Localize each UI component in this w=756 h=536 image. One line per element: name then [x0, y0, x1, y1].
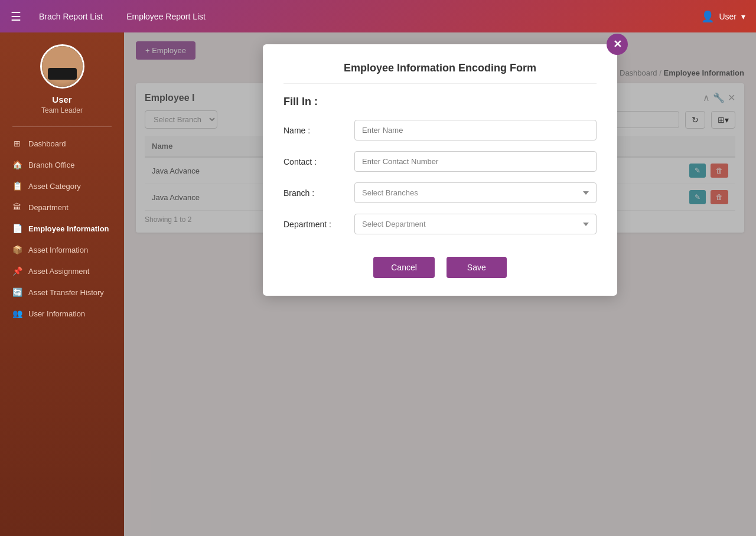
layout: User Team Leader ⊞ Dashboard 🏠 Branch Of… — [0, 32, 756, 536]
sidebar-item-label: Employee Information — [28, 224, 109, 233]
sidebar-item-asset-category[interactable]: 📋 Asset Category — [0, 175, 124, 197]
list-icon: 📋 — [12, 181, 22, 191]
sidebar-item-label: Asset Transfer History — [28, 288, 104, 297]
sidebar-item-label: User Information — [28, 309, 85, 318]
brach-report-link[interactable]: Brach Report List — [39, 12, 103, 21]
sidebar-item-department[interactable]: 🏛 Department — [0, 197, 124, 218]
navbar-user[interactable]: 👤 User ▾ — [701, 10, 745, 23]
branch-select[interactable]: Select Branches — [354, 182, 597, 203]
sidebar-item-label: Asset Assignment — [28, 267, 89, 276]
avatar-face — [42, 44, 83, 89]
pin-icon: 📌 — [12, 266, 22, 276]
department-select[interactable]: Select Department — [354, 214, 597, 234]
transfer-icon: 🔄 — [12, 287, 22, 297]
sidebar-item-branch-office[interactable]: 🏠 Branch Office — [0, 154, 124, 175]
sidebar-item-dashboard[interactable]: ⊞ Dashboard — [0, 133, 124, 154]
navbar-user-label: User — [719, 12, 737, 21]
department-label: Department : — [284, 220, 354, 229]
form-row-name: Name : — [284, 120, 597, 140]
users-icon: 👥 — [12, 309, 22, 318]
name-label: Name : — [284, 126, 354, 135]
form-row-contact: Contact : — [284, 151, 597, 172]
avatar — [40, 44, 84, 89]
sidebar-item-user-information[interactable]: 👥 User Information — [0, 303, 124, 324]
sidebar-item-asset-transfer[interactable]: 🔄 Asset Transfer History — [0, 282, 124, 303]
avatar-mask — [48, 68, 77, 80]
name-input[interactable] — [354, 120, 597, 140]
home-icon: 🏠 — [12, 160, 22, 169]
sidebar-nav: ⊞ Dashboard 🏠 Branch Office 📋 Asset Cate… — [0, 133, 124, 324]
sidebar-item-label: Asset Information — [28, 246, 88, 254]
employee-report-link[interactable]: Employee Report List — [126, 12, 206, 21]
sidebar-item-label: Department — [28, 203, 69, 212]
contact-label: Contact : — [284, 157, 354, 166]
sidebar-item-label: Asset Category — [28, 182, 81, 191]
cancel-button[interactable]: Cancel — [373, 257, 435, 278]
building-icon: 🏛 — [12, 202, 22, 212]
sidebar-item-label: Dashboard — [28, 139, 66, 148]
form-row-branch: Branch : Select Branches — [284, 182, 597, 203]
sidebar-item-label: Branch Office — [28, 161, 75, 169]
main-content: + Employee Dashboard / Employee Informat… — [124, 32, 756, 536]
document-icon: 📄 — [12, 224, 22, 233]
sidebar-item-asset-assignment[interactable]: 📌 Asset Assignment — [0, 260, 124, 282]
hamburger-icon[interactable]: ☰ — [11, 9, 21, 24]
modal-overlay: ✕ Employee Information Encoding Form Fil… — [124, 32, 756, 536]
sidebar: User Team Leader ⊞ Dashboard 🏠 Branch Of… — [0, 32, 124, 536]
modal-close-button[interactable]: ✕ — [607, 34, 628, 55]
modal-title: Employee Information Encoding Form — [284, 62, 597, 84]
modal-fill-in-label: Fill In : — [284, 96, 597, 108]
sidebar-item-asset-information[interactable]: 📦 Asset Information — [0, 239, 124, 260]
sidebar-role: Team Leader — [41, 106, 83, 115]
form-row-department: Department : Select Department — [284, 214, 597, 234]
sidebar-item-employee-information[interactable]: 📄 Employee Information — [0, 218, 124, 239]
navbar-links: Brach Report List Employee Report List — [39, 12, 701, 21]
box-icon: 📦 — [12, 245, 22, 254]
contact-input[interactable] — [354, 151, 597, 172]
sidebar-divider — [12, 126, 112, 127]
modal: ✕ Employee Information Encoding Form Fil… — [263, 44, 617, 296]
navbar: ☰ Brach Report List Employee Report List… — [0, 0, 756, 32]
branch-label: Branch : — [284, 188, 354, 198]
navbar-chevron-icon: ▾ — [741, 12, 745, 21]
sidebar-username: User — [52, 94, 71, 104]
modal-footer: Cancel Save — [284, 245, 597, 278]
save-button[interactable]: Save — [447, 257, 507, 278]
dashboard-icon: ⊞ — [12, 139, 22, 148]
user-icon: 👤 — [701, 10, 714, 23]
